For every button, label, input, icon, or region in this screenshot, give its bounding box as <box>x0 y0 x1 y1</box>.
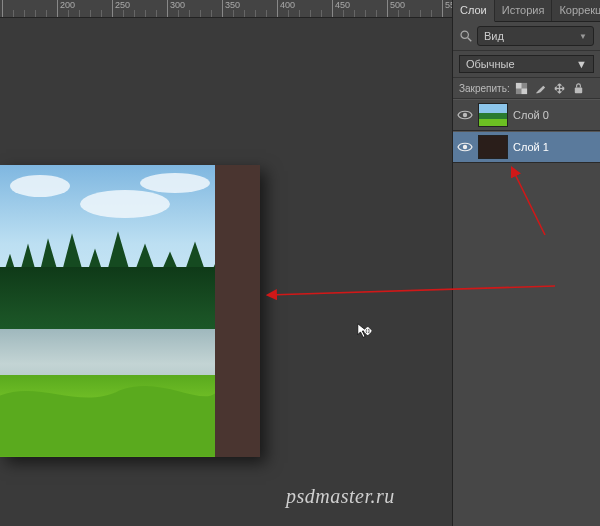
layer-filter-dropdown[interactable]: Вид ▼ <box>477 26 594 46</box>
ruler-subtick <box>134 10 135 18</box>
lock-all-icon[interactable] <box>572 81 586 95</box>
ruler-subtick <box>145 10 146 18</box>
ruler-subtick <box>35 10 36 18</box>
canvas-workspace: 200250300350400450500550600 <box>0 0 452 526</box>
svg-point-8 <box>463 113 467 117</box>
chevron-down-icon: ▼ <box>579 32 587 41</box>
layer-name: Слой 1 <box>513 141 549 153</box>
tab-history[interactable]: История <box>495 0 553 21</box>
ruler-tick: 250 <box>112 0 130 18</box>
ruler-tick: 550 <box>442 0 452 18</box>
blend-mode-dropdown[interactable]: Обычные ▼ <box>459 55 594 73</box>
ruler-tick: 450 <box>332 0 350 18</box>
ruler-subtick <box>200 10 201 18</box>
ruler-subtick <box>409 10 410 18</box>
ruler-subtick <box>189 10 190 18</box>
cloud-shape <box>80 190 170 218</box>
lock-label: Закрепить: <box>459 83 510 94</box>
ruler-subtick <box>68 10 69 18</box>
layer-row[interactable]: Слой 1 <box>453 131 600 163</box>
ruler-subtick <box>123 10 124 18</box>
chevron-down-icon: ▼ <box>576 58 587 70</box>
ruler-subtick <box>156 10 157 18</box>
ruler-subtick <box>299 10 300 18</box>
ruler-subtick <box>376 10 377 18</box>
ruler-subtick <box>211 10 212 18</box>
ruler-subtick <box>244 10 245 18</box>
ruler-subtick <box>431 10 432 18</box>
ruler-tick: 500 <box>387 0 405 18</box>
blend-mode-value: Обычные <box>466 58 515 70</box>
layer-thumbnail[interactable] <box>478 103 508 127</box>
ruler-subtick <box>90 10 91 18</box>
layer-name: Слой 0 <box>513 109 549 121</box>
ruler-subtick <box>24 10 25 18</box>
layer-row[interactable]: Слой 0 <box>453 99 600 131</box>
lock-move-icon[interactable] <box>553 81 567 95</box>
grass-region <box>0 375 215 457</box>
layers-panel: Слои История Коррекция Вид ▼ Обычные ▼ З… <box>452 0 600 526</box>
watermark-text: psdmaster.ru <box>286 485 395 508</box>
ruler-tick: 350 <box>222 0 240 18</box>
blend-mode-row: Обычные ▼ <box>453 51 600 78</box>
ruler-subtick <box>266 10 267 18</box>
ruler-subtick <box>420 10 421 18</box>
ruler-subtick <box>79 10 80 18</box>
layer-filter-label: Вид <box>484 30 504 42</box>
panel-tabs: Слои История Коррекция <box>453 0 600 22</box>
tab-layers[interactable]: Слои <box>453 0 495 22</box>
ruler-subtick <box>178 10 179 18</box>
layer-thumbnail[interactable] <box>478 135 508 159</box>
ruler-subtick <box>255 10 256 18</box>
cloud-shape <box>10 175 70 197</box>
ruler-subtick <box>354 10 355 18</box>
ruler-tick: 200 <box>57 0 75 18</box>
ruler-horizontal: 200250300350400450500550600 <box>0 0 452 18</box>
ruler-subtick <box>310 10 311 18</box>
layers-list: Слой 0 Слой 1 <box>453 99 600 163</box>
layer-filter-row: Вид ▼ <box>453 22 600 51</box>
search-icon <box>459 29 473 43</box>
lock-transparent-icon[interactable] <box>515 81 529 95</box>
ruler-subtick <box>233 10 234 18</box>
visibility-eye-icon[interactable] <box>457 139 473 155</box>
ruler-subtick <box>343 10 344 18</box>
ruler-tick: 400 <box>277 0 295 18</box>
cloud-shape <box>140 173 210 193</box>
lock-brush-icon[interactable] <box>534 81 548 95</box>
svg-point-9 <box>463 145 467 149</box>
ruler-tick: 300 <box>167 0 185 18</box>
ruler-subtick <box>101 10 102 18</box>
svg-rect-4 <box>522 88 528 94</box>
canvas-image-layer[interactable] <box>0 165 215 457</box>
visibility-eye-icon[interactable] <box>457 107 473 123</box>
tab-adjustments[interactable]: Коррекция <box>552 0 600 21</box>
ruler-subtick <box>321 10 322 18</box>
ruler-subtick <box>46 10 47 18</box>
ruler-subtick <box>13 10 14 18</box>
ruler-subtick <box>365 10 366 18</box>
ruler-tick <box>2 0 5 18</box>
svg-point-0 <box>461 31 468 38</box>
svg-rect-3 <box>516 82 522 88</box>
move-cursor-icon <box>356 322 374 340</box>
svg-line-1 <box>468 38 472 42</box>
svg-rect-7 <box>575 87 582 93</box>
ruler-subtick <box>288 10 289 18</box>
lock-row: Закрепить: <box>453 78 600 99</box>
ruler-subtick <box>398 10 399 18</box>
